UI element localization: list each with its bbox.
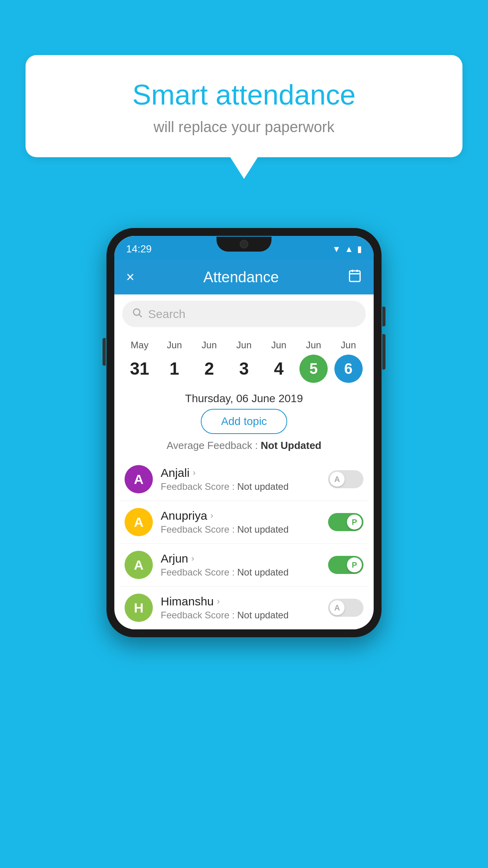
svg-point-4 <box>134 309 140 315</box>
date-day[interactable]: 4 <box>265 355 293 383</box>
avg-feedback-value: Not Updated <box>261 440 321 451</box>
close-button[interactable]: × <box>126 269 134 285</box>
date-month: Jun <box>167 340 182 351</box>
speech-bubble-subtitle: will replace your paperwork <box>45 119 443 136</box>
date-item[interactable]: Jun2 <box>195 340 223 383</box>
student-name: Arjun › <box>161 552 328 565</box>
date-month: May <box>131 340 149 351</box>
student-avatar: A <box>125 508 153 536</box>
date-day[interactable]: 3 <box>230 355 258 383</box>
date-item[interactable]: Jun1 <box>160 340 189 383</box>
app-header: × Attendance <box>114 260 374 294</box>
phone-notch <box>216 237 272 252</box>
date-day[interactable]: 31 <box>125 355 154 383</box>
search-icon <box>132 307 143 321</box>
student-feedback: Feedback Score : Not updated <box>161 567 328 578</box>
chevron-icon: › <box>210 511 213 521</box>
student-feedback: Feedback Score : Not updated <box>161 481 328 492</box>
calendar-icon[interactable] <box>348 268 362 286</box>
student-info: Anjali ›Feedback Score : Not updated <box>161 466 328 492</box>
date-day[interactable]: 2 <box>195 355 223 383</box>
toggle-knob: A <box>330 600 345 615</box>
attendance-toggle[interactable]: A <box>328 470 363 488</box>
phone-frame: 14:29 ▼ ▲ ▮ × Attendance <box>106 228 382 637</box>
avg-feedback-label: Average Feedback : <box>167 440 261 451</box>
student-info: Himanshu ›Feedback Score : Not updated <box>161 595 328 621</box>
battery-icon: ▮ <box>357 244 362 254</box>
student-avatar: A <box>125 465 153 493</box>
date-picker: May31Jun1Jun2Jun3Jun4Jun5Jun6 <box>114 333 374 387</box>
phone-side-button-right-2 <box>382 334 385 370</box>
student-info: Arjun ›Feedback Score : Not updated <box>161 552 328 578</box>
student-name: Anjali › <box>161 466 328 480</box>
student-item[interactable]: AAnjali ›Feedback Score : Not updatedA <box>121 458 367 501</box>
toggle-knob: P <box>347 515 362 530</box>
attendance-toggle[interactable]: A <box>328 599 363 617</box>
status-icons: ▼ ▲ ▮ <box>332 244 362 254</box>
date-day[interactable]: 1 <box>160 355 189 383</box>
student-item[interactable]: AArjun ›Feedback Score : Not updatedP <box>121 544 367 587</box>
student-feedback: Feedback Score : Not updated <box>161 610 328 621</box>
date-item[interactable]: Jun3 <box>230 340 258 383</box>
average-feedback: Average Feedback : Not Updated <box>114 440 374 452</box>
date-month: Jun <box>271 340 286 351</box>
speech-bubble: Smart attendance will replace your paper… <box>26 55 462 157</box>
date-item[interactable]: Jun4 <box>265 340 293 383</box>
student-avatar: H <box>125 594 153 622</box>
chevron-icon: › <box>193 468 195 478</box>
student-name: Himanshu › <box>161 595 328 608</box>
search-bar[interactable]: Search <box>122 301 366 327</box>
date-month: Jun <box>202 340 217 351</box>
attendance-toggle[interactable]: P <box>328 513 363 531</box>
search-placeholder: Search <box>148 307 185 321</box>
date-month: Jun <box>341 340 356 351</box>
date-item[interactable]: Jun5 <box>299 340 328 383</box>
student-list: AAnjali ›Feedback Score : Not updatedAAA… <box>114 458 374 629</box>
chevron-icon: › <box>191 554 194 564</box>
student-feedback: Feedback Score : Not updated <box>161 524 328 535</box>
svg-rect-0 <box>349 271 360 281</box>
student-item[interactable]: AAnupriya ›Feedback Score : Not updatedP <box>121 501 367 544</box>
toggle-knob: A <box>330 472 345 487</box>
phone-wrapper: 14:29 ▼ ▲ ▮ × Attendance <box>106 228 382 637</box>
attendance-toggle[interactable]: P <box>328 556 363 574</box>
toggle-knob: P <box>347 557 362 572</box>
student-info: Anupriya ›Feedback Score : Not updated <box>161 509 328 535</box>
student-name: Anupriya › <box>161 509 328 522</box>
date-item[interactable]: Jun6 <box>334 340 363 383</box>
add-topic-button[interactable]: Add topic <box>201 409 288 434</box>
phone-side-button-right-1 <box>382 307 385 326</box>
signal-icon: ▲ <box>345 244 353 254</box>
app-title: Attendance <box>203 269 279 286</box>
selected-date: Thursday, 06 June 2019 <box>114 392 374 405</box>
speech-bubble-tail <box>230 157 258 179</box>
date-day[interactable]: 6 <box>334 355 363 383</box>
date-day[interactable]: 5 <box>299 355 328 383</box>
phone-side-button-left <box>103 338 106 366</box>
phone-camera <box>240 240 248 248</box>
phone-screen: 14:29 ▼ ▲ ▮ × Attendance <box>114 236 374 629</box>
wifi-icon: ▼ <box>332 244 341 254</box>
svg-line-5 <box>139 314 141 317</box>
speech-bubble-container: Smart attendance will replace your paper… <box>26 55 462 179</box>
chevron-icon: › <box>217 596 220 607</box>
date-month: Jun <box>237 340 252 351</box>
status-time: 14:29 <box>126 243 152 255</box>
student-item[interactable]: HHimanshu ›Feedback Score : Not updatedA <box>121 587 367 629</box>
speech-bubble-title: Smart attendance <box>45 79 443 111</box>
date-item[interactable]: May31 <box>125 340 154 383</box>
date-month: Jun <box>306 340 321 351</box>
student-avatar: A <box>125 551 153 579</box>
